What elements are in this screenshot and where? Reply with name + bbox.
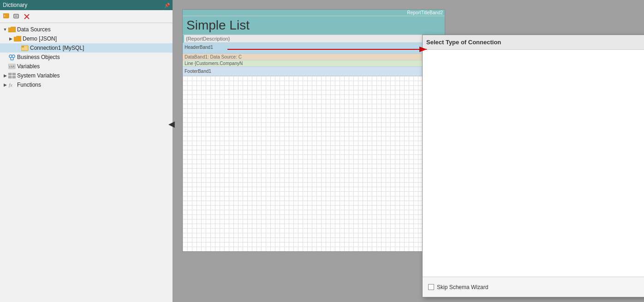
tree-area: ▼ Data Sources ▶ Demo [JSON] xyxy=(0,23,173,91)
data-band-label: DataBand1: Data Source: C xyxy=(185,54,242,59)
grid-area xyxy=(183,76,445,251)
footer-band: FooterBand1 xyxy=(183,67,445,76)
main-canvas: ReportTitleBand2 Simple List {ReportDesc… xyxy=(173,0,644,302)
folder-icon xyxy=(8,26,16,33)
expander-variables[interactable] xyxy=(2,63,8,70)
simple-list-label: Simple List xyxy=(186,18,250,32)
delete-button[interactable] xyxy=(22,12,31,21)
dictionary-titlebar: Dictionary 📌 xyxy=(0,0,173,10)
variables-label: Variables xyxy=(17,63,40,70)
add-button[interactable]: + xyxy=(2,12,11,21)
simple-list-band: Simple List xyxy=(183,16,445,35)
svg-rect-8 xyxy=(22,46,24,47)
data-band: DataBand1: Data Source: C xyxy=(183,54,445,60)
skip-schema-area: Skip Schema Wizard xyxy=(428,284,488,290)
functions-label: Functions xyxy=(17,82,41,88)
dictionary-title: Dictionary xyxy=(3,2,164,8)
expander-demo-json[interactable]: ▶ xyxy=(7,36,14,42)
data-sources-label: Data Sources xyxy=(17,26,51,33)
svg-point-9 xyxy=(9,55,12,58)
tree-item-business-objects[interactable]: Business Objects xyxy=(0,53,173,62)
line-band: Line {Customers.CompanyN xyxy=(183,60,445,67)
grid-lines xyxy=(183,76,445,251)
svg-rect-2 xyxy=(14,14,18,18)
expander-connection1[interactable] xyxy=(15,45,21,51)
connection1-label: Connection1 [MySQL] xyxy=(30,45,84,51)
tree-item-connection1[interactable]: Connection1 [MySQL] xyxy=(0,43,173,53)
skip-schema-checkbox[interactable] xyxy=(428,284,434,290)
report-title-band: ReportTitleBand2 xyxy=(183,10,445,16)
report-title-band-label: ReportTitleBand2 xyxy=(407,10,443,15)
dialog-title: Select Type of Connection xyxy=(426,39,501,46)
tree-item-variables[interactable]: VAR Variables xyxy=(0,62,173,71)
business-objects-label: Business Objects xyxy=(17,54,60,60)
select-connection-dialog: Select Type of Connection ? ✕ Skip Schem… xyxy=(422,35,644,297)
demo-json-label: Demo [JSON] xyxy=(23,36,57,42)
tree-item-system-variables[interactable]: ▶ System Variables xyxy=(0,71,173,80)
connection-icon xyxy=(21,44,29,52)
report-description-band: {ReportDescription} xyxy=(183,35,445,43)
svg-rect-18 xyxy=(8,76,12,78)
demo-json-icon xyxy=(14,35,21,42)
system-variables-label: System Variables xyxy=(17,72,60,79)
tree-item-data-sources[interactable]: ▼ Data Sources xyxy=(0,25,173,34)
report-preview: ReportTitleBand2 Simple List {ReportDesc… xyxy=(182,9,445,252)
line-label: Line {Customers.CompanyN xyxy=(185,61,243,66)
expander-functions[interactable]: ▶ xyxy=(2,82,8,88)
functions-icon: fx xyxy=(8,81,16,89)
pin-icon[interactable]: 📌 xyxy=(164,3,170,8)
dialog-footer: Skip Schema Wizard Cancel xyxy=(423,277,644,297)
dialog-content xyxy=(423,50,644,277)
edit-button[interactable] xyxy=(12,12,21,21)
expander-data-sources[interactable]: ▼ xyxy=(2,26,8,33)
expander-biz-obj[interactable] xyxy=(2,54,8,60)
report-description-label: {ReportDescription} xyxy=(186,36,230,41)
variables-icon: VAR xyxy=(8,63,16,70)
svg-text:+: + xyxy=(4,14,6,18)
dictionary-panel: Dictionary 📌 + ▼ xyxy=(0,0,173,302)
footer-band-label: FooterBand1 xyxy=(185,69,211,74)
svg-text:VAR: VAR xyxy=(9,65,15,69)
svg-rect-16 xyxy=(8,73,12,75)
header-band-label: HeaderBand1 xyxy=(185,45,213,50)
header-band: HeaderBand1 xyxy=(183,43,445,54)
dictionary-toolbar: + xyxy=(0,10,173,23)
dialog-titlebar: Select Type of Connection ? ✕ xyxy=(423,35,644,50)
svg-text:fx: fx xyxy=(9,82,12,88)
svg-rect-19 xyxy=(12,76,16,78)
skip-schema-label: Skip Schema Wizard xyxy=(437,284,488,290)
expander-sysvars[interactable]: ▶ xyxy=(2,72,8,79)
biz-obj-icon xyxy=(8,53,16,61)
tree-item-demo-json[interactable]: ▶ Demo [JSON] xyxy=(0,34,173,43)
svg-point-10 xyxy=(12,55,15,58)
sysvars-icon xyxy=(8,72,16,79)
svg-rect-17 xyxy=(12,73,16,75)
tree-item-functions[interactable]: ▶ fx Functions xyxy=(0,80,173,89)
